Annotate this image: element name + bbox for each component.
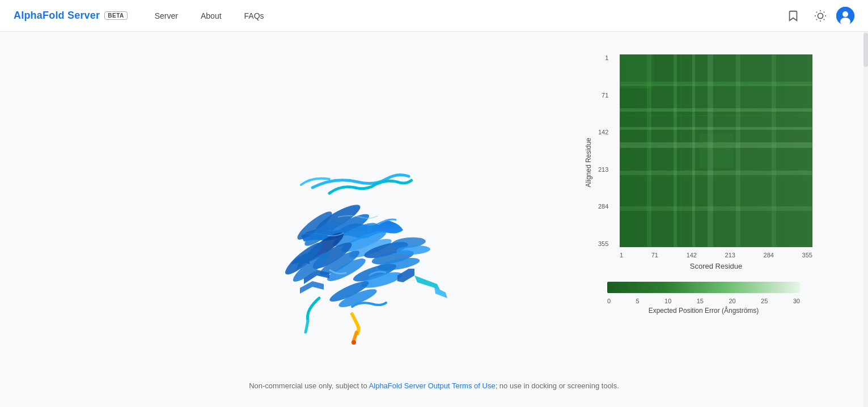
footer-terms-link[interactable]: AlphaFold Server Output Terms of Use [369,381,496,390]
protein-viewer [0,54,585,383]
footer-notice-prefix: Non-commercial use only, subject to [249,381,369,390]
svg-point-10 [842,11,848,17]
chart-section: Aligned Residue 1 71 142 213 284 355 [585,54,823,315]
footer-notice-suffix: ; no use in docking or screening tools. [496,381,619,390]
legend-tick-5: 5 [636,298,640,304]
logo-text: AlphaFold Server [14,10,100,22]
nav-faqs[interactable]: FAQs [235,7,273,25]
y-axis-label: Aligned Residue [585,138,592,187]
legend-tick-15: 15 [697,298,704,304]
scrollbar[interactable] [863,32,868,407]
x-tick-213: 213 [725,252,735,258]
svg-line-7 [816,19,817,19]
chart-wrapper: Aligned Residue 1 71 142 213 284 355 [585,54,823,270]
svg-rect-51 [620,54,812,247]
theme-icon-button[interactable] [809,5,832,27]
y-ticks: 1 71 142 213 284 355 [598,54,608,247]
svg-line-3 [816,11,817,12]
protein-structure [137,83,448,355]
y-tick-284: 284 [598,203,608,210]
x-tick-71: 71 [651,252,658,258]
header-right [782,5,854,27]
legend-tick-25: 25 [761,298,768,304]
svg-line-4 [824,19,824,19]
y-tick-71: 71 [598,92,608,99]
legend-container: 0 5 10 15 20 25 30 Expected Position Err… [607,282,823,315]
nav-about[interactable]: About [192,7,231,25]
sun-icon [814,10,827,22]
x-tick-142: 142 [687,252,697,258]
svg-rect-63 [607,282,800,293]
x-tick-1: 1 [620,252,623,258]
heatmap-container: 1 71 142 213 284 355 [620,54,812,270]
heatmap-svg [620,54,812,247]
y-tick-1: 1 [598,54,608,61]
x-tick-355: 355 [802,252,812,258]
y-tick-213: 213 [598,166,608,173]
nav-links: Server About FAQs [146,7,273,25]
protein-3d-svg [137,83,448,355]
svg-point-0 [818,13,823,18]
avatar[interactable] [836,7,854,25]
svg-point-30 [352,340,356,345]
legend-bar-svg [607,282,800,293]
nav-server[interactable]: Server [146,7,187,25]
bookmark-icon [787,10,799,22]
scrollbar-thumb[interactable] [863,33,868,67]
x-axis-label: Scored Residue [620,262,812,270]
header: AlphaFold Server BETA Server About FAQs [0,0,868,32]
legend-tick-20: 20 [729,298,735,304]
legend-label: Expected Position Error (Ångströms) [607,307,800,315]
svg-line-8 [824,11,824,12]
bookmark-icon-button[interactable] [782,5,805,27]
x-ticks: 1 71 142 213 284 355 [620,252,812,258]
main-content: Aligned Residue 1 71 142 213 284 355 [0,32,868,406]
footer-notice: Non-commercial use only, subject to Alph… [0,381,868,390]
y-tick-142: 142 [598,129,608,135]
legend-tick-10: 10 [664,298,671,304]
x-tick-284: 284 [764,252,774,258]
avatar-icon [836,7,854,25]
logo-area: AlphaFold Server BETA [14,10,128,22]
y-tick-355: 355 [598,240,608,247]
legend-ticks: 0 5 10 15 20 25 30 [607,298,800,304]
beta-badge: BETA [104,11,127,20]
legend-tick-30: 30 [793,298,800,304]
legend-tick-0: 0 [607,298,611,304]
